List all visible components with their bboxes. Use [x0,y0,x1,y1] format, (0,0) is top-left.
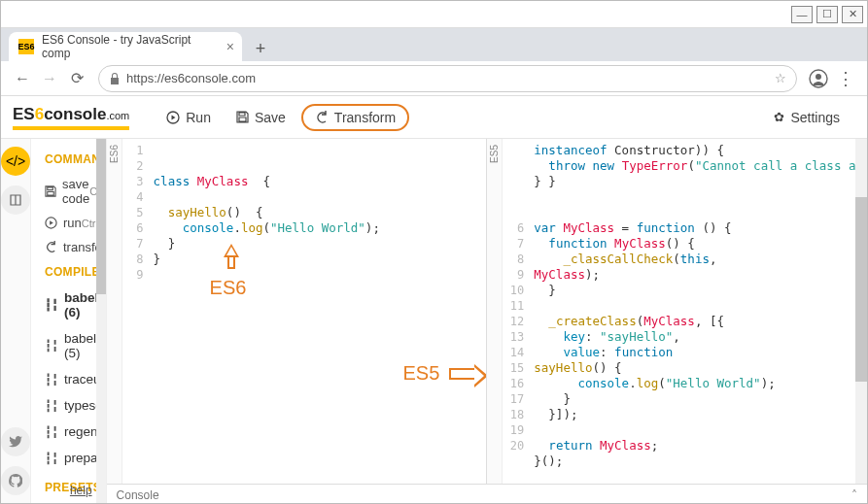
refresh-icon [315,111,329,124]
tab-title: ES6 Console - try JavaScript comp [42,33,213,60]
browser-toolbar: ← → ⟳ https://es6console.com ☆ ⋮ [1,61,867,96]
sliders-icon: ┇╏ [45,339,58,353]
compiler-babel-6[interactable]: ┇╏ babel (6) ✔ [45,285,96,325]
save-icon [236,111,249,123]
profile-avatar-icon[interactable] [805,65,832,92]
compiler-babel-5[interactable]: ┇╏ babel (5) [45,325,96,366]
window-titlebar: — ☐ ✕ [1,1,867,28]
es5-gutter: 67891011121314151617181920 [503,139,530,484]
address-bar[interactable]: https://es6console.com ☆ [98,65,797,92]
window-close-button[interactable]: ✕ [842,6,863,23]
gear-icon: ✿ [774,110,784,124]
transform-button[interactable]: Transform [301,104,409,131]
es6-pane-label: ES6 [107,139,122,484]
chevron-up-icon: ˄ [851,488,857,502]
nav-forward-button[interactable]: → [36,65,63,92]
cmd-transform[interactable]: transform Ctrl+B [45,235,96,259]
compiler-label: babel (5) [64,331,96,360]
compiler-regenerator[interactable]: ┇╏ regenerator [45,419,96,445]
es5-scrollbar-thumb[interactable] [855,197,867,382]
run-button[interactable]: Run [156,106,221,129]
sliders-icon: ┇╏ [45,399,58,413]
compiler-header: COMPILER [45,265,96,279]
editor-area: ES6 123456789 class MyClass { sayHello()… [107,139,867,504]
url-text: https://es6console.com [126,71,775,85]
es5-code-editor[interactable]: instanceof Constructor)) { throw new Typ… [530,139,867,484]
play-icon [45,217,57,229]
sidebar: COMMANDS save code Ctrl+S run Ctrl+Enter… [31,139,107,504]
main-content: </> COMMANDS save code Ctrl+S run Ctrl+E… [1,139,867,504]
sliders-icon: ┇╏ [45,298,58,312]
commands-header: COMMANDS [45,152,96,166]
rail-github-button[interactable] [1,466,30,495]
transform-label: Transform [334,110,396,125]
lock-icon [109,72,121,85]
svg-point-1 [816,74,821,80]
new-tab-button[interactable]: + [248,36,273,61]
tab-favicon: ES6 [18,39,34,54]
es6-pane: ES6 123456789 class MyClass { sayHello()… [107,139,488,484]
console-label: Console [117,488,159,502]
nav-reload-button[interactable]: ⟳ [63,65,90,92]
settings-label: Settings [790,110,840,125]
sliders-icon: ┇╏ [45,373,58,386]
rail-twitter-button[interactable] [1,427,30,456]
compiler-traceur[interactable]: ┇╏ traceur [45,366,96,392]
es6-code-editor[interactable]: class MyClass { sayHello() { console.log… [150,139,487,484]
tab-close-icon[interactable]: × [226,39,234,54]
compiler-label: babel (6) [64,290,98,319]
es6-gutter: 123456789 [122,139,150,484]
settings-button[interactable]: ✿ Settings [764,106,850,129]
window-minimize-button[interactable]: — [791,6,813,23]
save-button[interactable]: Save [226,106,295,129]
browser-tab[interactable]: ES6 ES6 Console - try JavaScript comp × [9,32,242,61]
bookmark-star-icon[interactable]: ☆ [775,71,786,85]
save-icon [45,185,56,197]
compiler-prepack[interactable]: ┇╏ prepack [45,445,96,471]
save-label: Save [255,110,286,125]
rail-book-button[interactable] [1,185,30,215]
cmd-label: run [63,216,82,230]
es5-pane-label: ES5 [487,139,503,484]
cmd-run[interactable]: run Ctrl+Enter [45,211,96,235]
browser-menu-button[interactable]: ⋮ [832,65,859,92]
rail-code-button[interactable]: </> [1,147,30,176]
browser-tabstrip: ES6 ES6 Console - try JavaScript comp × … [1,28,867,61]
es5-pane: ES5 67891011121314151617181920 instanceo… [487,139,867,484]
sliders-icon: ┇╏ [45,425,58,439]
help-link[interactable]: help [70,484,92,497]
window-maximize-button[interactable]: ☐ [816,6,838,23]
sliders-icon: ┇╏ [45,452,58,465]
app-logo: ES6console.com [13,105,129,130]
compiler-typescript[interactable]: ┇╏ typescript [45,392,96,419]
cmd-label: save code [62,177,89,206]
cmd-save-code[interactable]: save code Ctrl+S [45,172,96,211]
refresh-icon [45,241,57,253]
run-label: Run [186,110,211,125]
play-icon [166,111,180,124]
sidebar-scrollbar-thumb[interactable] [96,139,106,294]
app-toolbar: ES6console.com Run Save Transform ✿ Sett… [1,96,867,139]
console-panel-header[interactable]: Console ˄ [107,484,867,504]
left-rail: </> [1,139,31,504]
nav-back-button[interactable]: ← [9,65,36,92]
